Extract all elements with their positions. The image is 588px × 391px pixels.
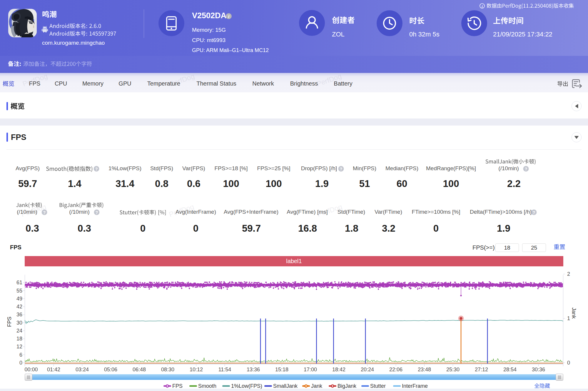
svg-text:i: i bbox=[482, 4, 483, 9]
svg-text:25:30: 25:30 bbox=[446, 367, 460, 372]
svg-text:?: ? bbox=[95, 167, 98, 171]
svg-text:17:00: 17:00 bbox=[304, 367, 317, 372]
svg-text:?: ? bbox=[43, 210, 46, 215]
svg-text:0: 0 bbox=[19, 360, 22, 366]
svg-text:03:24: 03:24 bbox=[76, 367, 89, 372]
svg-text:?: ? bbox=[340, 167, 343, 171]
svg-text:28:54: 28:54 bbox=[503, 367, 517, 372]
svg-text:22:06: 22:06 bbox=[389, 367, 402, 372]
svg-text:?: ? bbox=[525, 167, 527, 171]
svg-text:0: 0 bbox=[567, 360, 570, 366]
svg-text:42: 42 bbox=[16, 304, 22, 310]
svg-text:18:42: 18:42 bbox=[332, 367, 345, 372]
svg-text:06:48: 06:48 bbox=[133, 367, 146, 372]
svg-text:20:24: 20:24 bbox=[361, 367, 374, 372]
svg-text:00:00: 00:00 bbox=[24, 367, 38, 372]
svg-text:2: 2 bbox=[567, 271, 570, 277]
svg-text:30:36: 30:36 bbox=[532, 367, 545, 372]
svg-text:FPS: FPS bbox=[6, 317, 12, 327]
svg-text:61: 61 bbox=[16, 280, 22, 285]
svg-text:18: 18 bbox=[16, 336, 22, 342]
svg-text:55: 55 bbox=[16, 288, 22, 294]
svg-text:12: 12 bbox=[16, 344, 22, 350]
svg-text:08:30: 08:30 bbox=[161, 367, 174, 372]
svg-text:05:06: 05:06 bbox=[104, 367, 117, 372]
svg-text:?: ? bbox=[96, 210, 98, 215]
svg-text:24: 24 bbox=[16, 328, 22, 334]
svg-text:6: 6 bbox=[19, 352, 22, 358]
svg-text:11:54: 11:54 bbox=[218, 367, 231, 372]
svg-text:10:12: 10:12 bbox=[190, 367, 203, 372]
svg-text:49: 49 bbox=[16, 296, 22, 302]
svg-text:01:42: 01:42 bbox=[47, 367, 60, 372]
svg-text:?: ? bbox=[533, 210, 535, 215]
svg-text:30: 30 bbox=[16, 320, 22, 326]
svg-text:36: 36 bbox=[16, 312, 22, 318]
svg-text:15:18: 15:18 bbox=[275, 367, 288, 372]
svg-text:13:36: 13:36 bbox=[247, 367, 260, 372]
svg-text:Jank: Jank bbox=[571, 308, 577, 319]
svg-text:1: 1 bbox=[567, 315, 570, 321]
svg-text:27:12: 27:12 bbox=[475, 367, 488, 372]
svg-text:23:48: 23:48 bbox=[418, 367, 431, 372]
